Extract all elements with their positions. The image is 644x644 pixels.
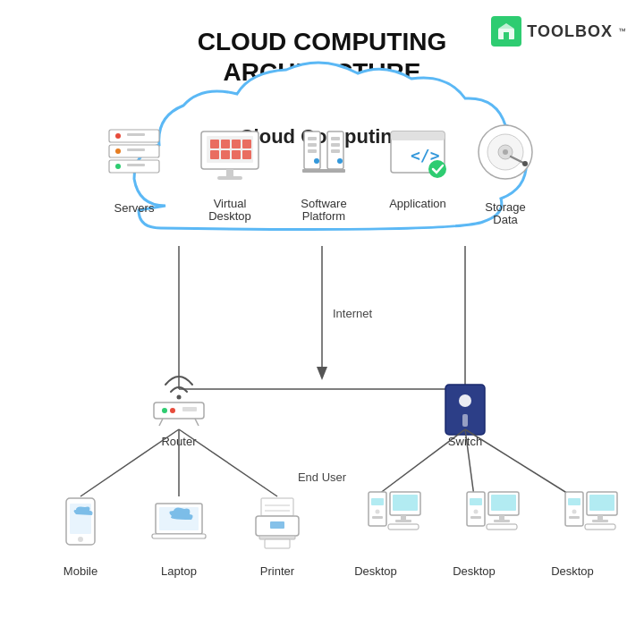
laptop-icon [152, 504, 206, 538]
svg-rect-38 [391, 131, 445, 140]
storage-data-icon [479, 125, 532, 179]
end-user-label: End User [298, 470, 347, 484]
mobile-label: Mobile [64, 564, 97, 578]
svg-rect-99 [487, 524, 517, 530]
svg-rect-69 [66, 498, 95, 545]
cloud-shape [134, 63, 526, 230]
svg-point-71 [78, 537, 83, 542]
laptop-label: Laptop [161, 564, 197, 578]
svg-point-46 [522, 161, 528, 166]
svg-rect-88 [401, 515, 406, 520]
virtual-desktop-icon [201, 131, 258, 180]
svg-rect-105 [589, 495, 614, 511]
svg-rect-74 [152, 534, 206, 538]
printer-label: Printer [260, 564, 295, 578]
svg-rect-85 [372, 516, 383, 519]
svg-point-53 [177, 395, 182, 400]
svg-rect-28 [308, 149, 317, 153]
svg-rect-20 [232, 150, 241, 159]
router-icon [154, 377, 204, 426]
virtual-desktop-label: Virtual [214, 197, 247, 210]
svg-rect-103 [569, 516, 580, 519]
svg-rect-15 [221, 140, 230, 148]
svg-point-29 [314, 158, 319, 164]
svg-rect-19 [221, 150, 230, 159]
switch-label: Switch [448, 435, 482, 448]
svg-rect-27 [308, 143, 317, 147]
svg-text:Data: Data [493, 213, 518, 226]
desktop2-label: Desktop [453, 564, 496, 578]
svg-rect-81 [265, 539, 290, 548]
svg-line-66 [376, 429, 465, 496]
diagram-canvas: Cloud Computing Servers Virtual Desktop [0, 0, 644, 644]
svg-rect-32 [331, 143, 340, 147]
storage-data-label: Storage [485, 200, 526, 214]
svg-rect-70 [70, 504, 91, 534]
svg-rect-73 [159, 507, 199, 530]
svg-point-7 [115, 148, 121, 154]
svg-rect-3 [109, 130, 159, 142]
svg-line-59 [195, 419, 199, 426]
software-platform-label: Software [301, 197, 346, 210]
svg-point-84 [376, 510, 380, 514]
svg-rect-108 [585, 524, 615, 530]
svg-marker-49 [317, 367, 327, 380]
application-label: Application [389, 197, 446, 210]
svg-rect-92 [470, 498, 482, 505]
router-label: Router [161, 435, 197, 448]
cloud-label: Cloud Computing [240, 125, 405, 148]
desktop1-label: Desktop [354, 564, 397, 578]
svg-rect-98 [494, 520, 510, 522]
svg-rect-5 [127, 133, 145, 136]
svg-rect-60 [445, 385, 485, 435]
svg-point-34 [337, 158, 343, 164]
svg-rect-37 [391, 131, 445, 173]
svg-rect-90 [388, 524, 419, 530]
svg-rect-79 [270, 521, 284, 529]
svg-rect-94 [470, 516, 481, 519]
svg-point-4 [115, 133, 121, 139]
svg-point-56 [170, 408, 175, 413]
svg-rect-6 [109, 145, 159, 157]
svg-point-42 [487, 134, 523, 170]
svg-rect-78 [256, 516, 299, 536]
svg-rect-75 [261, 498, 293, 516]
svg-line-45 [511, 157, 525, 164]
svg-point-61 [459, 394, 471, 407]
svg-line-58 [159, 419, 163, 426]
svg-rect-89 [395, 520, 411, 522]
svg-point-55 [162, 408, 167, 413]
svg-rect-22 [226, 169, 233, 176]
svg-rect-101 [568, 498, 580, 505]
servers-icon [109, 130, 159, 173]
svg-point-10 [115, 164, 121, 169]
svg-line-63 [80, 429, 179, 496]
svg-rect-12 [201, 131, 258, 169]
svg-rect-91 [467, 492, 485, 526]
svg-rect-104 [587, 492, 617, 515]
svg-rect-18 [210, 150, 219, 159]
svg-rect-57 [182, 407, 197, 411]
svg-rect-30 [327, 131, 343, 169]
svg-rect-100 [565, 492, 583, 526]
svg-rect-96 [491, 495, 516, 511]
svg-rect-35 [302, 169, 345, 173]
svg-rect-23 [217, 176, 242, 180]
svg-rect-21 [242, 150, 251, 159]
svg-point-44 [503, 149, 508, 155]
svg-text:</>: </> [411, 146, 440, 165]
mobile-icon [66, 498, 95, 545]
application-icon: </> [391, 131, 446, 178]
svg-rect-87 [393, 495, 418, 511]
page-title: CLOUD COMPUTING ARCHITECTURE [0, 27, 644, 87]
svg-rect-62 [462, 414, 468, 427]
desktop3-label: Desktop [551, 564, 594, 578]
svg-text:Desktop: Desktop [208, 209, 251, 223]
svg-point-41 [479, 125, 532, 179]
svg-point-102 [572, 510, 577, 514]
svg-rect-25 [304, 131, 320, 169]
svg-rect-31 [331, 137, 340, 140]
svg-rect-11 [127, 164, 145, 166]
svg-rect-8 [127, 148, 145, 151]
desktop2-icon [467, 492, 519, 530]
